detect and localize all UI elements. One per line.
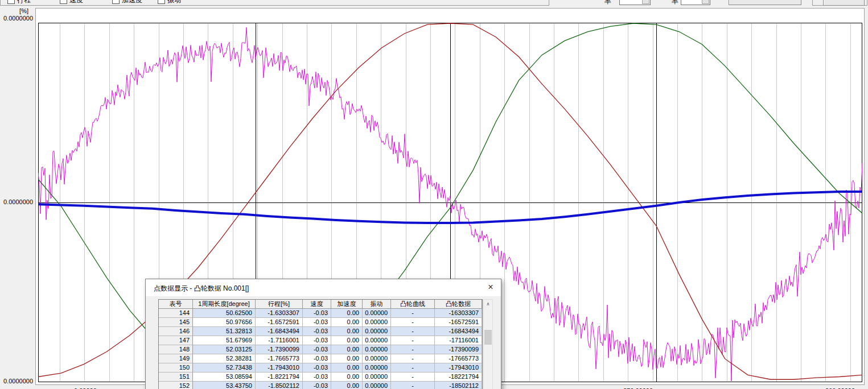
- dialog-titlebar[interactable]: 点数据显示 - 凸轮数据 No.001[] ×: [146, 279, 501, 296]
- close-icon[interactable]: ×: [485, 282, 496, 293]
- spinner-2-dropdown-icon[interactable]: [702, 0, 709, 4]
- table-cell: 0.00000: [363, 354, 391, 363]
- spinner-1-dropdown-icon[interactable]: [642, 0, 649, 4]
- table-cell: 0.00: [331, 363, 363, 373]
- checkbox-icon[interactable]: [7, 0, 15, 4]
- curve-checkbox-group[interactable]: 行程: [7, 0, 31, 4]
- table-header-cell: 凸轮数据: [435, 300, 482, 309]
- table-cell: -0.03: [303, 318, 331, 327]
- table-cell: -: [391, 318, 435, 327]
- toolbar-button-2[interactable]: [823, 0, 865, 6]
- scale-label-1: 率: [604, 0, 611, 6]
- table-cell: 0.00000: [363, 309, 391, 318]
- checkbox-label: 振动: [167, 0, 181, 4]
- table-cell: -0.03: [303, 336, 331, 345]
- table-cell: -1.6843494: [256, 327, 303, 336]
- curve-checkbox-group[interactable]: 振动: [158, 0, 181, 4]
- table-cell: 52.38281: [193, 354, 256, 363]
- table-cell: -: [391, 373, 435, 382]
- table-row[interactable]: 14852.03125-1.7390099-0.030.000.00000--1…: [159, 345, 482, 354]
- table-cell: 147: [159, 336, 193, 345]
- table-row[interactable]: 15253.43750-1.8502112-0.030.000.00000--1…: [159, 382, 482, 389]
- y-tick-label: 0.0000000: [0, 198, 33, 205]
- table-cell: -0.03: [303, 373, 331, 382]
- table-cell: -18502112: [435, 382, 482, 389]
- checkbox-label: 加速度: [122, 0, 142, 4]
- table-cell: 0.00: [331, 373, 363, 382]
- checkbox-icon[interactable]: [60, 0, 67, 4]
- table-cell: 149: [159, 354, 193, 363]
- table-header-cell: 行程[%]: [256, 300, 303, 309]
- table-cell: 51.32813: [193, 327, 256, 336]
- table-cell: -0.03: [303, 363, 331, 373]
- table-header-cell: 加速度: [331, 300, 363, 309]
- table-cell: 0.00000: [363, 345, 391, 354]
- toolbar-button-1[interactable]: [729, 0, 801, 5]
- table-cell: -1.6303307: [256, 309, 303, 318]
- table-row[interactable]: 15052.73438-1.7943010-0.030.000.00000--1…: [159, 363, 482, 373]
- table-cell: -1.7943010: [256, 363, 303, 373]
- point-data-dialog: 点数据显示 - 凸轮数据 No.001[] × 表号1周期长度[degree]行…: [145, 279, 501, 389]
- table-cell: -1.7665773: [256, 354, 303, 363]
- table-cell: 0.00: [331, 309, 363, 318]
- scale-spinner-1[interactable]: [619, 0, 651, 5]
- table-cell: -17390099: [435, 345, 482, 354]
- checkbox-label: 行程: [17, 0, 31, 4]
- scale-label-2: 率: [672, 0, 678, 6]
- table-cell: 0.00000: [363, 318, 391, 327]
- table-cell: -: [391, 363, 435, 373]
- scale-spinner-1-input[interactable]: [620, 0, 644, 4]
- scrollbar-up-icon[interactable]: ∧: [484, 300, 492, 309]
- table-cell: 152: [159, 382, 193, 389]
- table-cell: 144: [159, 309, 193, 318]
- curve-checkbox-group[interactable]: 速度: [60, 0, 83, 4]
- table-cell: 50.97656: [193, 318, 256, 327]
- table-cell: 0.00: [331, 354, 363, 363]
- application-window: 行程速度加速度振动 率 率 [%] 0.00000000.00000000.00…: [0, 0, 868, 389]
- table-cell: 0.00: [331, 336, 363, 345]
- table-cell: 53.43750: [193, 382, 256, 389]
- table-row[interactable]: 14450.62500-1.6303307-0.030.000.00000--1…: [159, 309, 482, 318]
- table-cell: 0.00: [331, 318, 363, 327]
- checkbox-icon[interactable]: [112, 0, 120, 4]
- table-cell: -0.03: [303, 382, 331, 389]
- table-cell: -16303307: [435, 309, 482, 318]
- table-cell: 0.00: [331, 345, 363, 354]
- checkbox-icon[interactable]: [158, 0, 165, 4]
- toolbar-right-panel: [812, 0, 867, 6]
- table-cell: -0.03: [303, 345, 331, 354]
- table-cell: 0.00000: [363, 382, 391, 389]
- table-row[interactable]: 14751.67969-1.7116001-0.030.000.00000--1…: [159, 336, 482, 345]
- checkbox-label: 速度: [69, 0, 83, 4]
- scrollbar-thumb[interactable]: [484, 330, 492, 345]
- table-scrollbar[interactable]: ∧: [483, 299, 493, 389]
- table-cell: -17116001: [435, 336, 482, 345]
- scale-spinner-2-input[interactable]: [682, 0, 704, 4]
- cam-data-table: 表号1周期长度[degree]行程[%]速度加速度振动凸轮曲线凸轮数据14450…: [158, 299, 483, 389]
- table-row[interactable]: 14651.32813-1.6843494-0.030.000.00000--1…: [159, 327, 482, 336]
- table-header-cell: 1周期长度[degree]: [193, 300, 256, 309]
- table-cell: 146: [159, 327, 193, 336]
- y-tick-label: 0.0000000: [0, 378, 33, 384]
- table-cell: -: [391, 345, 435, 354]
- curve-checkbox-group[interactable]: 加速度: [112, 0, 142, 4]
- table-cell: -0.03: [303, 327, 331, 336]
- table-row[interactable]: 14550.97656-1.6572591-0.030.000.00000--1…: [159, 318, 482, 327]
- table-header-cell: 凸轮曲线: [391, 300, 435, 309]
- table-cell: -16572591: [435, 318, 482, 327]
- table-cell: -: [391, 309, 435, 318]
- table-row[interactable]: 15153.08594-1.8221794-0.030.000.00000--1…: [159, 373, 482, 382]
- table-cell: 50.62500: [193, 309, 256, 318]
- table-row[interactable]: 14952.38281-1.7665773-0.030.000.00000--1…: [159, 354, 482, 363]
- table-header-cell: 速度: [303, 300, 331, 309]
- curve-toggle-panel: 行程速度加速度振动: [0, 0, 549, 6]
- table-cell: -: [391, 354, 435, 363]
- table-cell: -0.03: [303, 309, 331, 318]
- table-cell: 150: [159, 363, 193, 373]
- table-cell: 148: [159, 345, 193, 354]
- table-cell: 51.67969: [193, 336, 256, 345]
- scale-spinner-2[interactable]: [681, 0, 710, 5]
- table-cell: 0.00000: [363, 327, 391, 336]
- table-cell: -: [391, 336, 435, 345]
- y-axis-unit-label: [%]: [0, 7, 28, 14]
